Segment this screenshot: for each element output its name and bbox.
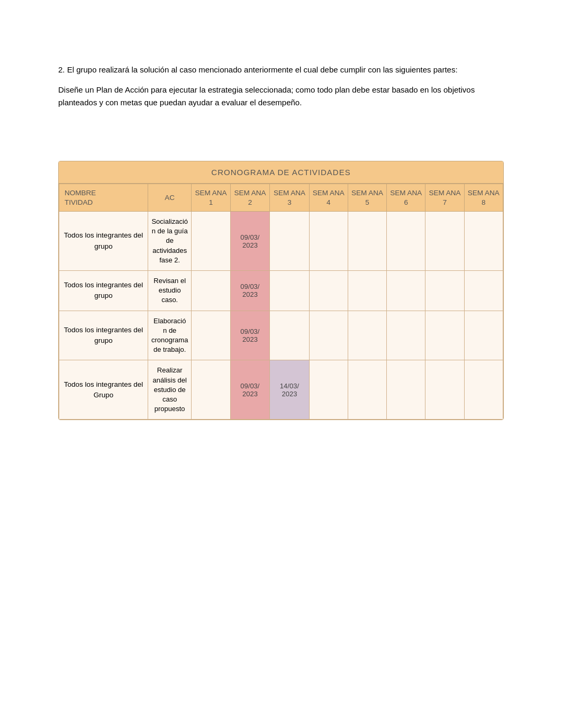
table-title: CRONOGRAMA DE ACTIVIDADES (59, 161, 503, 184)
cell-sem4 (309, 311, 348, 360)
intro-section: 2. El grupo realizará la solución al cas… (58, 63, 504, 109)
cell-sem6 (387, 360, 425, 420)
cell-sem3 (270, 212, 310, 271)
cell-sem8 (464, 360, 503, 420)
table-row: Todos los integrantes del GrupoRealizar … (59, 360, 503, 420)
header-sem4: SEM ANA 4 (309, 184, 348, 212)
cell-sem8 (464, 271, 503, 311)
cell-ac: Elaboració n de cronograma de trabajo. (148, 311, 192, 360)
header-sem5: SEM ANA 5 (348, 184, 386, 212)
cell-sem3 (270, 271, 310, 311)
cell-nombre: Todos los integrantes del grupo (59, 212, 148, 271)
cell-sem2: 09/03/ 2023 (230, 271, 270, 311)
header-nombre: NOMBRE TIVIDAD (59, 184, 148, 212)
header-ac: AC (148, 184, 192, 212)
cell-nombre: Todos los integrantes del grupo (59, 271, 148, 311)
cell-sem4 (309, 212, 348, 271)
cell-sem7 (425, 212, 464, 271)
cell-sem1 (192, 212, 230, 271)
cell-sem8 (464, 212, 503, 271)
header-sem6: SEM ANA 6 (387, 184, 425, 212)
cell-nombre: Todos los integrantes del Grupo (59, 360, 148, 420)
cell-sem5 (348, 212, 386, 271)
table-body: Todos los integrantes del grupoSocializa… (59, 212, 503, 420)
header-sem7: SEM ANA 7 (425, 184, 464, 212)
cell-ac: Socializació n de la guía de actividades… (148, 212, 192, 271)
cell-sem4 (309, 360, 348, 420)
cell-nombre: Todos los integrantes del grupo (59, 311, 148, 360)
table-header-row: NOMBRE TIVIDAD AC SEM ANA 1 SEM ANA 2 SE… (59, 184, 503, 212)
cell-sem4 (309, 271, 348, 311)
cell-sem7 (425, 360, 464, 420)
spacer (58, 119, 504, 161)
intro-paragraph-2: Diseñe un Plan de Acción para ejecutar l… (58, 84, 504, 109)
cell-sem3 (270, 311, 310, 360)
cell-sem5 (348, 311, 386, 360)
cell-sem1 (192, 360, 230, 420)
cell-sem7 (425, 311, 464, 360)
cell-ac: Realizar análisis del estudio de caso pr… (148, 360, 192, 420)
activity-table-wrapper: CRONOGRAMA DE ACTIVIDADES NOMBRE TIVIDAD… (58, 161, 504, 420)
table-row: Todos los integrantes del grupoElaboraci… (59, 311, 503, 360)
cell-sem2: 09/03/ 2023 (230, 212, 270, 271)
cell-sem7 (425, 271, 464, 311)
activity-table: NOMBRE TIVIDAD AC SEM ANA 1 SEM ANA 2 SE… (59, 184, 503, 420)
cell-sem2: 09/03/ 2023 (230, 311, 270, 360)
table-row: Todos los integrantes del grupoSocializa… (59, 212, 503, 271)
cell-sem1 (192, 311, 230, 360)
intro-paragraph-1: 2. El grupo realizará la solución al cas… (58, 63, 504, 76)
cell-sem1 (192, 271, 230, 311)
cell-sem6 (387, 212, 425, 271)
table-row: Todos los integrantes del grupoRevisan e… (59, 271, 503, 311)
header-sem8: SEM ANA 8 (464, 184, 503, 212)
cell-sem2: 09/03/ 2023 (230, 360, 270, 420)
cell-sem5 (348, 360, 386, 420)
header-sem1: SEM ANA 1 (192, 184, 230, 212)
cell-sem5 (348, 271, 386, 311)
header-sem2: SEM ANA 2 (230, 184, 270, 212)
cell-sem6 (387, 311, 425, 360)
cell-sem6 (387, 271, 425, 311)
cell-ac: Revisan el estudio caso. (148, 271, 192, 311)
header-sem3: SEM ANA 3 (270, 184, 310, 212)
cell-sem3: 14/03/ 2023 (270, 360, 310, 420)
cell-sem8 (464, 311, 503, 360)
